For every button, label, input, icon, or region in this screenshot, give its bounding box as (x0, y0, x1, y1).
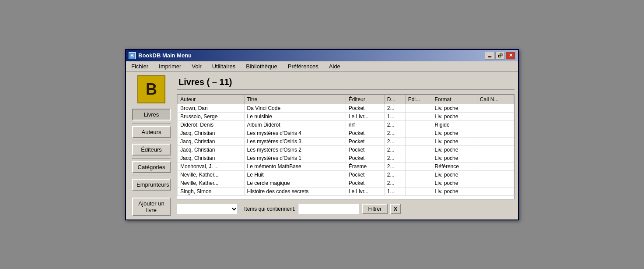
table-row[interactable]: Neville, Kather...Le HuitPocket2...Liv. … (178, 170, 514, 179)
cell-format: Liv. poche (432, 145, 477, 154)
cell-auteur: Jacq, Christian (178, 129, 245, 137)
cell-editeur: Pocket (346, 104, 384, 112)
filter-dropdown[interactable] (177, 204, 238, 214)
cell-format: Liv. poche (432, 137, 477, 145)
content-area: Livres ( – 11) Auteur Titre Éditeur D...… (177, 75, 514, 216)
cell-format: Liv. poche (432, 112, 477, 120)
cell-auteur: Neville, Kather... (178, 179, 245, 187)
table-row[interactable]: Brussolo, SergeLe nuisibleLe Livr...1...… (178, 112, 514, 120)
filter-input[interactable] (298, 204, 359, 214)
cell-auteur: Brussolo, Serge (178, 112, 245, 120)
table-row[interactable]: Singh, SimonHistoire des codes secretsLe… (178, 187, 514, 195)
table-row[interactable]: Diderot, DenisAlbum Diderotnrf2...Rigide (178, 120, 514, 129)
menu-item-fichier[interactable]: Fichier (130, 62, 150, 71)
cell-auteur: Neville, Kather... (178, 170, 245, 179)
col-format: Format (432, 95, 477, 104)
cell-titre: Le cercle magique (244, 179, 346, 187)
nav-emprunteurs[interactable]: Emprunteurs (132, 179, 171, 191)
table-row[interactable]: Neville, Kather...Le cercle magiquePocke… (178, 179, 514, 187)
nav-auteurs[interactable]: Auteurs (132, 126, 171, 138)
cell-titre: Les mystères d'Osiris 4 (244, 129, 346, 137)
cell-auteur: Jacq, Christian (178, 154, 245, 162)
menu-item-utilitaires[interactable]: Utilitaires (210, 62, 237, 71)
cell-editeur: Pocket (346, 137, 384, 145)
cell-auteur: Jacq, Christian (178, 145, 245, 154)
cell-format: Liv. poche (432, 179, 477, 187)
page-title: Livres ( – 11) (177, 75, 514, 90)
add-book-button[interactable]: Ajouter unlivre (132, 198, 171, 216)
table-row[interactable]: Jacq, ChristianLes mystères d'Osiris 4Po… (178, 129, 514, 137)
cell-d: 2... (384, 162, 405, 170)
cell-d: 2... (384, 120, 405, 129)
menu-item-preferences[interactable]: Préférences (286, 62, 320, 71)
table-row[interactable]: Jacq, ChristianLes mystères d'Osiris 2Po… (178, 145, 514, 154)
cell-d: 2... (384, 137, 405, 145)
main-window: B BookDB Main Menu 🗕 🗗 ✕ FichierImprimer… (125, 49, 519, 220)
table-body: Brown, DanDa Vinci CodePocket2...Liv. po… (178, 104, 514, 195)
filter-clear-button[interactable]: X (390, 204, 401, 214)
cell-format: Rigide (432, 120, 477, 129)
table-header-row: Auteur Titre Éditeur D... Edi... Format … (178, 95, 514, 104)
cell-d: 1... (384, 187, 405, 195)
cell-edi (405, 187, 432, 195)
table-row[interactable]: Jacq, ChristianLes mystères d'Osiris 3Po… (178, 137, 514, 145)
cell-editeur: Pocket (346, 154, 384, 162)
cell-edi (405, 170, 432, 179)
cell-d: 2... (384, 179, 405, 187)
cell-format: Liv. poche (432, 187, 477, 195)
cell-format: Liv. poche (432, 154, 477, 162)
cell-format: Liv. poche (432, 104, 477, 112)
nav-editeurs[interactable]: Éditeurs (132, 144, 171, 156)
app-logo: B (137, 75, 165, 103)
menu-item-bibliotheque[interactable]: Bibliothèque (244, 62, 279, 71)
books-table: Auteur Titre Éditeur D... Edi... Format … (177, 95, 514, 196)
main-content: B Livres Auteurs Éditeurs Catégories Emp… (126, 72, 518, 219)
minimize-button[interactable]: 🗕 (485, 52, 494, 60)
cell-editeur: nrf (346, 120, 384, 129)
title-bar: B BookDB Main Menu 🗕 🗗 ✕ (126, 50, 518, 61)
cell-edi (405, 162, 432, 170)
cell-editeur: Érasme (346, 162, 384, 170)
cell-edi (405, 179, 432, 187)
table-row[interactable]: Jacq, ChristianLes mystères d'Osiris 1Po… (178, 154, 514, 162)
filter-label: Items qui contiennent: (244, 206, 295, 212)
window-controls: 🗕 🗗 ✕ (485, 52, 515, 60)
menu-item-imprimer[interactable]: Imprimer (157, 62, 183, 71)
cell-edi (405, 145, 432, 154)
menu-item-voir[interactable]: Voir (190, 62, 203, 71)
cell-edi (405, 137, 432, 145)
table-row[interactable]: Brown, DanDa Vinci CodePocket2...Liv. po… (178, 104, 514, 112)
nav-livres[interactable]: Livres (132, 109, 171, 120)
cell-calln (477, 187, 514, 195)
col-titre: Titre (244, 95, 346, 104)
cell-d: 2... (384, 154, 405, 162)
cell-titre: Les mystères d'Osiris 3 (244, 137, 346, 145)
table-row[interactable]: Monhonval, J. ...Le mémento MathBaseÉras… (178, 162, 514, 170)
maximize-button[interactable]: 🗗 (495, 52, 505, 60)
cell-titre: Da Vinci Code (244, 104, 346, 112)
col-edi: Edi... (405, 95, 432, 104)
cell-calln (477, 179, 514, 187)
cell-titre: Album Diderot (244, 120, 346, 129)
nav-divider-1 (132, 123, 171, 124)
col-editeur: Éditeur (346, 95, 384, 104)
window-title: BookDB Main Menu (138, 52, 192, 59)
col-d: D... (384, 95, 405, 104)
cell-calln (477, 104, 514, 112)
cell-edi (405, 120, 432, 129)
close-button[interactable]: ✕ (506, 52, 515, 60)
sidebar: B Livres Auteurs Éditeurs Catégories Emp… (130, 75, 173, 216)
cell-format: Liv. poche (432, 170, 477, 179)
filter-button[interactable]: Filtrer (362, 204, 388, 214)
nav-categories[interactable]: Catégories (132, 161, 171, 173)
app-icon: B (129, 52, 136, 59)
cell-titre: Les mystères d'Osiris 2 (244, 145, 346, 154)
cell-format: Liv. poche (432, 129, 477, 137)
cell-d: 2... (384, 104, 405, 112)
cell-editeur: Le Livr... (346, 112, 384, 120)
col-calln: Call N... (477, 95, 514, 104)
cell-editeur: Pocket (346, 179, 384, 187)
cell-auteur: Jacq, Christian (178, 137, 245, 145)
col-auteur: Auteur (178, 95, 245, 104)
menu-item-aide[interactable]: Aide (327, 62, 342, 71)
